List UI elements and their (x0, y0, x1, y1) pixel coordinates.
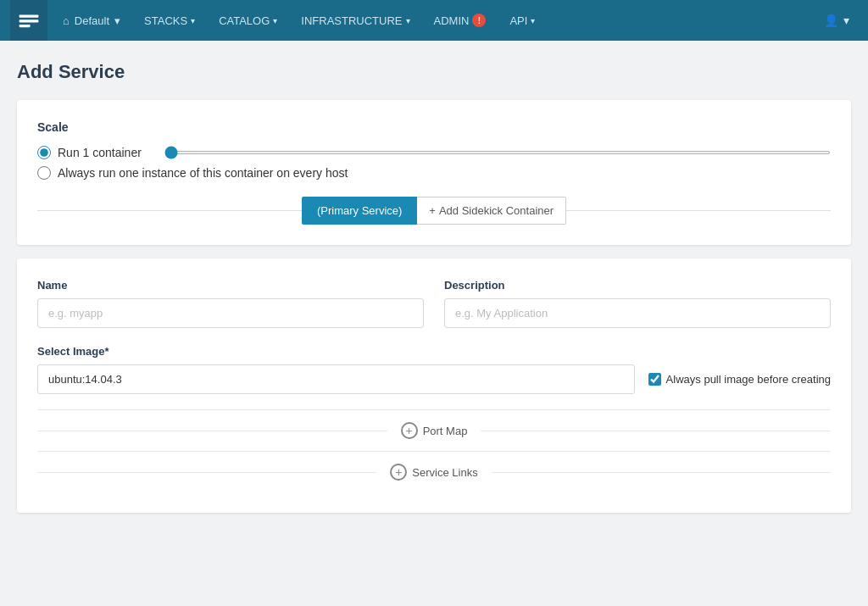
service-links-line-right (492, 472, 831, 473)
home-label: Default (75, 14, 109, 27)
form-card: Name Description Select Image* Always pu… (17, 259, 851, 513)
stacks-caret-icon: ▾ (191, 16, 195, 25)
image-row: Select Image* Always pull image before c… (37, 345, 831, 394)
image-group: Select Image* (37, 345, 635, 394)
home-icon: ⌂ (63, 14, 70, 27)
service-links-row[interactable]: + Service Links (37, 451, 831, 492)
svg-rect-0 (19, 15, 39, 18)
user-caret-icon: ▾ (843, 14, 849, 27)
name-group: Name (37, 279, 424, 328)
always-pull-label: Always pull image before creating (666, 373, 831, 386)
run-container-radio[interactable] (37, 146, 51, 159)
add-sidekick-label: Add Sidekick Container (439, 204, 554, 217)
scale-card: Scale Run 1 container Always run one ins… (17, 100, 851, 245)
svg-rect-2 (19, 25, 31, 27)
nav-admin[interactable]: ADMIN ! (422, 0, 498, 41)
run-container-label: Run 1 container (58, 146, 142, 159)
home-nav[interactable]: ⌂ Default ▾ (51, 0, 132, 41)
app-logo[interactable] (10, 0, 47, 41)
home-caret-icon: ▾ (114, 14, 120, 27)
nav-stacks-label: STACKS (144, 14, 187, 27)
service-links-line-left (37, 472, 376, 473)
description-group: Description (444, 279, 831, 328)
service-links-button[interactable]: + Service Links (376, 464, 491, 481)
navbar: ⌂ Default ▾ STACKS ▾ CATALOG ▾ INFRASTRU… (0, 0, 868, 41)
scale-section-label: Scale (37, 120, 831, 134)
svg-rect-1 (19, 19, 39, 22)
add-sidekick-button[interactable]: + Add Sidekick Container (417, 197, 566, 225)
description-input[interactable] (444, 298, 831, 328)
image-input[interactable] (37, 364, 635, 394)
port-map-icon: + (401, 422, 418, 439)
every-host-radio[interactable] (37, 166, 51, 180)
page-title: Add Service (17, 61, 851, 83)
name-input[interactable] (37, 298, 424, 328)
service-links-icon: + (390, 464, 407, 481)
nav-catalog[interactable]: CATALOG ▾ (207, 0, 289, 41)
always-pull-checkbox[interactable] (648, 373, 661, 386)
nav-infrastructure[interactable]: INFRASTRUCTURE ▾ (289, 0, 421, 41)
every-host-label: Always run one instance of this containe… (58, 166, 348, 180)
port-map-label: Port Map (423, 425, 468, 437)
port-map-line-right (481, 431, 831, 431)
logo-icon (18, 9, 40, 31)
name-label: Name (37, 279, 424, 292)
nav-api[interactable]: API ▾ (498, 0, 547, 41)
admin-badge: ! (472, 14, 486, 27)
port-map-row[interactable]: + Port Map (37, 409, 831, 451)
catalog-caret-icon: ▾ (273, 16, 277, 25)
user-menu[interactable]: 👤 ▾ (815, 14, 858, 27)
add-sidekick-icon: + (429, 204, 436, 217)
description-label: Description (444, 279, 831, 292)
nav-admin-label: ADMIN (434, 14, 470, 27)
nav-stacks[interactable]: STACKS ▾ (132, 0, 207, 41)
always-pull-group: Always pull image before creating (648, 354, 831, 386)
api-caret-icon: ▾ (531, 16, 535, 25)
tab-divider: (Primary Service) + Add Sidekick Contain… (37, 197, 831, 225)
nav-infrastructure-label: INFRASTRUCTURE (301, 14, 402, 27)
nav-catalog-label: CATALOG (219, 14, 270, 27)
scale-slider[interactable] (164, 151, 831, 154)
infrastructure-caret-icon: ▾ (406, 16, 410, 25)
primary-service-button[interactable]: (Primary Service) (302, 197, 417, 225)
port-map-button[interactable]: + Port Map (387, 422, 481, 439)
divider-line-left (37, 210, 302, 211)
divider-line-right (566, 210, 831, 211)
image-label: Select Image* (37, 345, 635, 358)
service-tab-buttons: (Primary Service) + Add Sidekick Contain… (302, 197, 566, 225)
port-map-line-left (37, 431, 387, 431)
nav-api-label: API (509, 14, 527, 27)
name-description-row: Name Description (37, 279, 831, 328)
main-content: Add Service Scale Run 1 container Always… (0, 41, 868, 547)
service-links-label: Service Links (412, 466, 477, 479)
user-icon: 👤 (824, 14, 838, 27)
